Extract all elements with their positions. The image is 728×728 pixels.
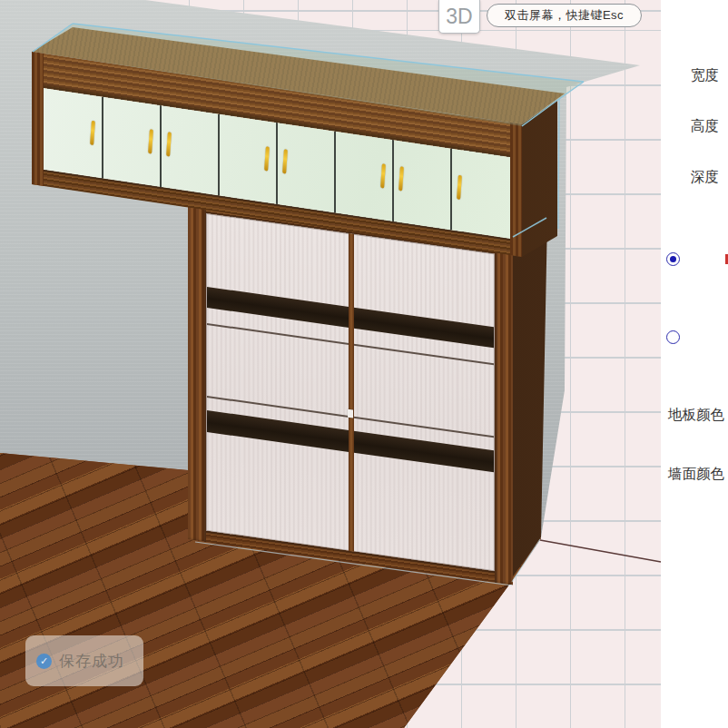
door-seam — [102, 96, 103, 178]
door-stripe — [352, 430, 494, 472]
toast-text: 保存成功 — [59, 651, 124, 672]
floor-color-label: 地板颜色 — [668, 406, 724, 425]
width-label: 宽度 — [691, 66, 719, 85]
wardrobe-left-stile — [188, 194, 206, 542]
wall-color-label: 墙面颜色 — [668, 465, 724, 484]
cabinet-handle[interactable] — [264, 146, 270, 172]
door-seam — [392, 140, 394, 221]
save-toast: ✓ 保存成功 — [25, 635, 143, 686]
door-seam — [334, 131, 336, 212]
view-mode-badge[interactable]: 3D — [438, 0, 480, 34]
height-label: 高度 — [691, 117, 719, 136]
door-seam — [450, 148, 452, 230]
door-seam — [218, 113, 220, 195]
check-icon: ✓ — [36, 654, 52, 669]
door-stripe — [207, 287, 350, 328]
wardrobe-right-stile — [495, 238, 513, 585]
sliding-door-right[interactable] — [351, 233, 495, 571]
door-seam — [160, 105, 162, 187]
cabinet-handle[interactable] — [457, 175, 462, 201]
cabinet-handle[interactable] — [166, 132, 172, 157]
cabinet-handle[interactable] — [148, 129, 153, 154]
radio-option-selected[interactable] — [666, 252, 680, 266]
door-divider — [349, 233, 354, 552]
cabinet-handle[interactable] — [380, 163, 386, 189]
properties-panel: 宽度 高度 深度 地板颜色 墙面颜色 — [661, 0, 728, 728]
cabinet-handle[interactable] — [90, 121, 95, 146]
viewport-hint: 双击屏幕，快捷键Esc — [487, 4, 642, 27]
door-line — [207, 323, 350, 345]
sliding-door-handle[interactable] — [348, 409, 353, 418]
cabinet-left-stile — [32, 52, 44, 186]
cabinet-handle[interactable] — [398, 166, 404, 192]
radio-option-unselected[interactable] — [666, 330, 680, 344]
door-seam — [276, 123, 278, 204]
door-stripe — [352, 307, 494, 348]
sliding-door-left[interactable] — [206, 213, 351, 551]
3d-viewport[interactable]: 3D 双击屏幕，快捷键Esc ✓ 保存成功 — [0, 0, 728, 728]
door-line — [352, 343, 494, 364]
sliding-door-wardrobe[interactable] — [188, 194, 513, 585]
depth-label: 深度 — [691, 168, 719, 187]
cabinet-right-stile — [510, 123, 522, 257]
door-stripe — [207, 410, 350, 453]
cabinet-handle[interactable] — [282, 149, 288, 174]
